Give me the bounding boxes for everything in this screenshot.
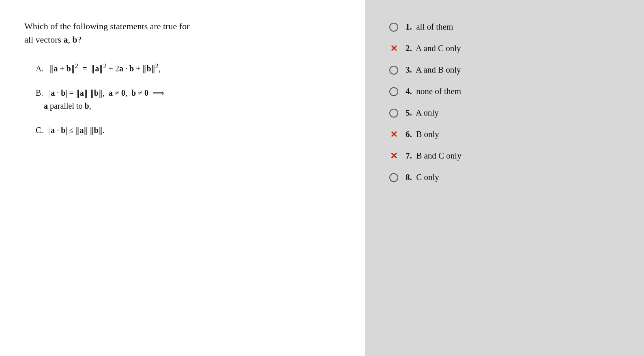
question-line1: Which of the following statements are tr…	[24, 21, 189, 31]
radio-4[interactable]	[389, 87, 398, 96]
radio-1[interactable]	[389, 23, 398, 32]
answer-panel: 1. all of them ✕ 2. A and C only 3. A an…	[365, 0, 644, 356]
statement-a: A. ‖a + b‖2 = ‖a‖2 + 2a · b + ‖b‖2,	[36, 61, 341, 75]
option-4[interactable]: 4. none of them	[389, 81, 620, 102]
option-2[interactable]: ✕ 2. A and C only	[389, 38, 620, 59]
x-mark-2: ✕	[389, 44, 398, 53]
question-line2: all vectors a, b?	[24, 34, 82, 45]
radio-8[interactable]	[389, 173, 398, 182]
radio-3[interactable]	[389, 66, 398, 75]
question-text: Which of the following statements are tr…	[24, 19, 341, 46]
option-label-5: 5. A only	[406, 108, 439, 118]
option-label-3: 3. A and B only	[406, 65, 461, 75]
option-7[interactable]: ✕ 7. B and C only	[389, 145, 620, 167]
option-1[interactable]: 1. all of them	[389, 16, 620, 38]
option-label-1: 1. all of them	[406, 22, 453, 32]
statement-c: C. |a · b| ≤ ‖a‖ ‖b‖.	[36, 124, 341, 137]
option-label-4: 4. none of them	[406, 86, 461, 97]
x-mark-6: ✕	[389, 130, 398, 139]
option-3[interactable]: 3. A and B only	[389, 59, 620, 81]
radio-5[interactable]	[389, 109, 398, 118]
option-8[interactable]: 8. C only	[389, 167, 620, 188]
option-label-8: 8. C only	[406, 172, 439, 182]
question-panel: Which of the following statements are tr…	[0, 0, 365, 356]
x-mark-7: ✕	[389, 152, 398, 161]
option-label-7: 7. B and C only	[406, 151, 462, 161]
option-label-2: 2. A and C only	[406, 43, 461, 54]
option-5[interactable]: 5. A only	[389, 102, 620, 124]
option-6[interactable]: ✕ 6. B only	[389, 124, 620, 145]
statement-b: B. |a · b| = ‖a‖ ‖b‖, a ≠ 0, b ≠ 0 ⟹ a p…	[36, 86, 341, 112]
option-label-6: 6. B only	[406, 129, 439, 139]
